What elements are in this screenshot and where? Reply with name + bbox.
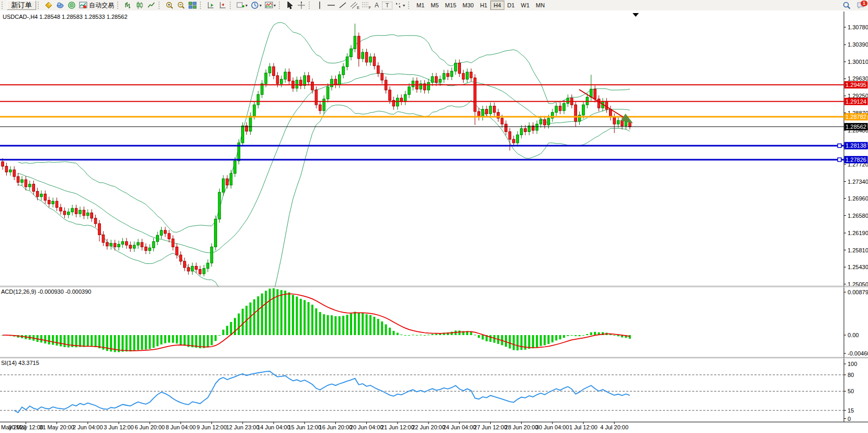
svg-text:31 May 20:00: 31 May 20:00 (39, 424, 74, 430)
svg-text:20 Jun 04:00: 20 Jun 04:00 (350, 424, 384, 430)
svg-text:1.29124: 1.29124 (846, 98, 866, 105)
toolbar-grip (159, 2, 162, 9)
svg-text:14 Jun 04:00: 14 Jun 04:00 (257, 424, 290, 430)
svg-text:1.28138: 1.28138 (846, 142, 866, 149)
text-icon[interactable]: A (371, 1, 382, 10)
zoom-in-icon[interactable] (164, 1, 175, 10)
zoom-out-icon[interactable] (175, 1, 187, 10)
timeframe-h4[interactable]: H4 (490, 1, 504, 10)
svg-text:1.30780: 1.30780 (848, 24, 868, 30)
symbol-ohlc-label: USDCAD-,H4 1.28548 1.28583 1.28533 1.285… (3, 14, 128, 20)
svg-text:15: 15 (848, 407, 854, 414)
toolbar-grip (309, 2, 312, 9)
fibo-f-letter: F (369, 6, 371, 9)
timeframe-h1[interactable]: H1 (477, 1, 490, 10)
svg-text:80: 80 (848, 372, 854, 378)
tile-windows-icon[interactable] (187, 1, 198, 10)
chart-shift-icon[interactable] (217, 1, 228, 10)
svg-text:1.25810: 1.25810 (848, 247, 868, 253)
toolbar-grip (230, 2, 233, 9)
timeframe-m15[interactable]: M15 (442, 1, 459, 10)
period-clock-button[interactable]: ▾ (249, 1, 263, 10)
svg-text:30 Jun 04:00: 30 Jun 04:00 (536, 424, 569, 430)
timeframe-bar: M1M5M15M30H1H4D1W1MN (413, 1, 548, 10)
toolbar-grip (408, 2, 412, 9)
svg-text:12 Jun 23:00: 12 Jun 23:00 (226, 424, 260, 430)
channel-e-letter: E (357, 6, 359, 9)
svg-text:1.28782: 1.28782 (846, 114, 866, 120)
toolbar-grip (117, 2, 121, 9)
timeframe-m5[interactable]: M5 (427, 1, 442, 10)
chat-unread-badge: 1 (861, 1, 867, 6)
candlestick-chart-icon[interactable] (134, 1, 145, 10)
svg-text:2 Jun 04:00: 2 Jun 04:00 (73, 424, 103, 430)
svg-text:1.26190: 1.26190 (848, 230, 868, 236)
main-toolbar: 新订单 自动交易 ▾ ▾ ▾ (0, 0, 868, 11)
chevron-down-icon: ▾ (403, 3, 405, 8)
svg-text:1.29630: 1.29630 (848, 75, 868, 82)
svg-text:22 Jun 20:00: 22 Jun 20:00 (412, 424, 445, 430)
toolbar-grip (200, 2, 204, 9)
svg-text:28 Jun 20:00: 28 Jun 20:00 (505, 424, 538, 430)
svg-text:21 Jun 12:00: 21 Jun 12:00 (381, 424, 414, 430)
svg-text:3 Jun 12:00: 3 Jun 12:00 (104, 424, 134, 430)
chat-button[interactable]: 1 (856, 1, 865, 9)
macd-label: ACD(12,26,9) -0.000930 -0.000390 (1, 288, 91, 295)
svg-text:1.26960: 1.26960 (848, 195, 868, 202)
signal-radar-icon[interactable] (66, 1, 77, 10)
svg-text:0: 0 (848, 416, 851, 422)
toolbar-grip (38, 2, 41, 9)
cursor-icon[interactable] (284, 1, 296, 10)
svg-text:1.26580: 1.26580 (848, 213, 868, 219)
fibonacci-icon[interactable]: F (360, 1, 371, 10)
svg-text:9 Jun 12:00: 9 Jun 12:00 (197, 424, 227, 430)
indicators-button[interactable]: ▾ (263, 1, 277, 10)
toolbar-grip (2, 2, 5, 9)
chart-canvas[interactable]: 1.307801.303901.300101.296301.292501.288… (0, 10, 868, 433)
svg-text:1.25430: 1.25430 (848, 264, 868, 270)
svg-text:16 Jun 20:00: 16 Jun 20:00 (319, 424, 353, 430)
auto-scroll-icon[interactable] (205, 1, 217, 10)
svg-text:0.008791: 0.008791 (848, 289, 868, 295)
trendline-icon[interactable] (337, 1, 348, 10)
profile-cloud-icon[interactable] (54, 1, 66, 10)
equidistant-channel-icon[interactable]: E (348, 1, 360, 10)
timeframe-w1[interactable]: W1 (518, 1, 533, 10)
svg-text:1.27340: 1.27340 (848, 179, 868, 185)
toolbar-grip (279, 2, 283, 9)
line-handle[interactable] (838, 144, 841, 148)
timeframe-mn[interactable]: MN (533, 1, 548, 10)
svg-text:4 Jul 20:00: 4 Jul 20:00 (600, 424, 628, 430)
quotes-diamond-icon[interactable] (43, 1, 54, 10)
timeframe-d1[interactable]: D1 (504, 1, 518, 10)
chevron-down-icon: ▾ (245, 3, 247, 8)
crosshair-icon[interactable] (296, 1, 307, 10)
text-label-icon[interactable]: T (382, 2, 392, 9)
chevron-down-icon: ▾ (274, 3, 276, 8)
timeframe-m1[interactable]: M1 (413, 1, 427, 10)
autotrading-button[interactable]: 自动交易 (77, 1, 116, 10)
horizontal-line-icon[interactable] (325, 1, 337, 10)
line-handle[interactable] (838, 158, 841, 161)
new-order-button[interactable]: 新订单 (7, 1, 36, 10)
vertical-line-icon[interactable] (314, 1, 325, 10)
svg-text:8 Jun 04:00: 8 Jun 04:00 (166, 424, 196, 430)
bar-chart-icon[interactable] (122, 1, 134, 10)
svg-text:-0.004601: -0.004601 (848, 350, 868, 357)
timeframe-m30[interactable]: M30 (459, 1, 477, 10)
line-chart-icon[interactable] (145, 1, 157, 10)
search-icon[interactable] (841, 1, 852, 10)
svg-text:1.28562: 1.28562 (846, 124, 866, 130)
autotrading-label: 自动交易 (89, 1, 114, 10)
svg-text:1.30390: 1.30390 (848, 41, 868, 48)
svg-text:0.00: 0.00 (848, 332, 859, 338)
svg-text:27 Jun 12:00: 27 Jun 12:00 (474, 424, 508, 430)
chevron-down-icon: ▾ (260, 3, 262, 8)
svg-text:1.29495: 1.29495 (846, 82, 866, 88)
arrows-button[interactable]: ▾ (392, 1, 407, 10)
svg-text:1.27826: 1.27826 (846, 157, 866, 163)
svg-text:1.30010: 1.30010 (848, 59, 868, 65)
svg-text:1 Jul 12:00: 1 Jul 12:00 (569, 424, 598, 430)
svg-text:100: 100 (848, 361, 857, 367)
new-chart-button[interactable]: ▾ (235, 1, 249, 10)
